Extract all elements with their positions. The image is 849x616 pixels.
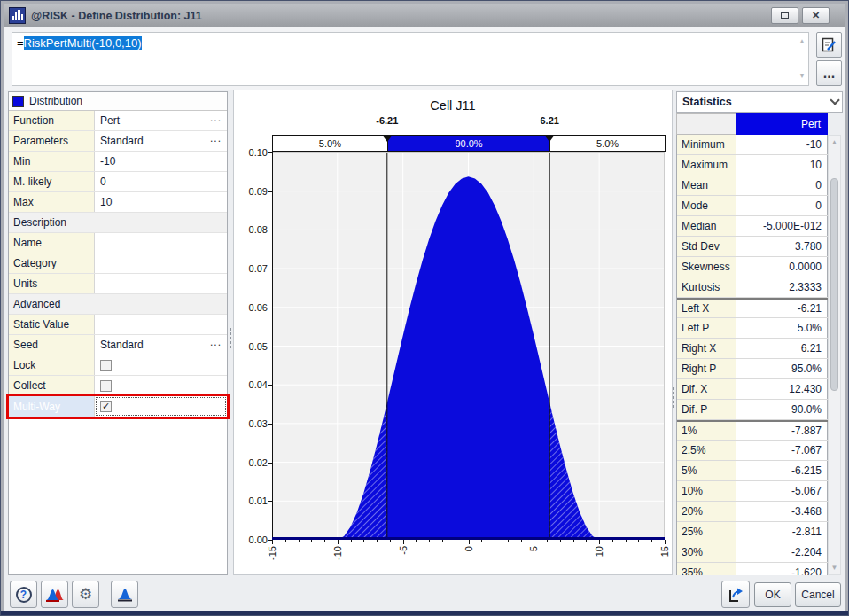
x-axis-label: 5 — [528, 546, 539, 576]
stat-value: 0 — [736, 175, 828, 195]
property-value[interactable]: 10 — [95, 192, 227, 212]
ellipsis-button[interactable]: ... — [210, 132, 222, 144]
stat-label: Right P — [677, 359, 736, 378]
distribution-format-button[interactable] — [111, 581, 138, 608]
formula-input[interactable]: =RiskPertMulti(-10,0,10) ▲ ▼ — [12, 32, 809, 86]
x-axis-tick — [429, 540, 430, 542]
statistics-title: Statistics — [682, 96, 732, 108]
formula-scroll-up-icon[interactable]: ▲ — [798, 38, 806, 45]
x-axis-tick — [469, 540, 470, 544]
property-value[interactable] — [95, 274, 227, 293]
lock-checkbox[interactable] — [100, 360, 112, 371]
x-axis-tick — [299, 540, 300, 542]
formula-scroll-down-icon[interactable]: ▼ — [798, 73, 806, 80]
left-delimiter-marker[interactable] — [382, 135, 393, 142]
x-axis-tick — [626, 540, 627, 542]
distribution-properties-panel: Distribution FunctionPert...ParametersSt… — [8, 91, 228, 575]
y-axis-label: 0.01 — [234, 495, 268, 506]
scrollbar-thumb[interactable] — [830, 178, 838, 391]
property-row-collect: Collect — [9, 376, 227, 396]
stat-label: Left P — [677, 318, 736, 338]
distribution-color-swatch[interactable] — [12, 96, 24, 107]
scroll-up-icon[interactable]: ▲ — [829, 138, 840, 146]
property-value[interactable]: ✓ — [95, 396, 227, 417]
chart-settings-button[interactable]: ⚙··· — [72, 581, 99, 608]
stat-label: Dif. X — [677, 379, 736, 399]
collect-checkbox[interactable] — [100, 380, 112, 392]
overlay-distributions-button[interactable] — [41, 581, 68, 608]
property-value-text: 0 — [100, 175, 106, 188]
stat-row-1: 1%-7.887 — [677, 420, 828, 441]
x-axis-tick — [351, 540, 352, 542]
y-axis-tick — [268, 152, 272, 153]
chevron-down-icon[interactable] — [830, 95, 839, 105]
stat-row-10: 10%-5.067 — [677, 481, 828, 502]
property-section-advanced[interactable]: Advanced — [9, 294, 227, 315]
section-label: Advanced — [13, 298, 60, 310]
stat-value: 6.21 — [736, 339, 828, 358]
maximize-button[interactable] — [771, 7, 798, 24]
close-button[interactable]: ✕ — [802, 7, 830, 24]
property-value[interactable]: -10 — [95, 152, 227, 171]
statistics-series-header[interactable]: Pert — [736, 113, 828, 135]
statistics-corner-cell[interactable] — [676, 113, 736, 135]
scroll-down-icon[interactable]: ▼ — [829, 564, 840, 572]
property-value[interactable] — [95, 355, 227, 375]
y-axis-label: 0.05 — [234, 341, 268, 352]
edit-reference-button[interactable] — [816, 32, 842, 58]
x-axis-tick — [456, 540, 456, 542]
ellipsis-button[interactable]: ... — [210, 112, 222, 124]
stat-value: 0 — [736, 196, 828, 215]
property-row-m-likely: M. likely0 — [9, 172, 227, 192]
x-axis-tick — [377, 540, 378, 542]
left-tail-percent[interactable]: 5.0% — [272, 135, 388, 152]
more-options-button[interactable]: ... — [816, 60, 842, 86]
statistics-header[interactable]: Statistics — [676, 91, 843, 113]
x-axis-tick — [338, 540, 339, 544]
x-axis-tick — [521, 540, 522, 542]
export-button[interactable] — [721, 581, 750, 608]
help-button[interactable]: ? — [10, 581, 37, 608]
x-axis-label: -15 — [267, 546, 277, 576]
statistics-scrollbar[interactable]: ▲ ▼ — [828, 135, 841, 575]
overlay-distributions-icon — [45, 587, 65, 603]
stat-label: 1% — [677, 422, 736, 440]
property-value[interactable] — [95, 233, 227, 253]
stat-value: 10 — [736, 155, 828, 175]
property-value[interactable] — [95, 376, 227, 395]
property-value[interactable] — [95, 315, 227, 334]
x-axis-tick — [665, 540, 666, 544]
properties-rows: FunctionPert...ParametersStandard...Min-… — [9, 111, 227, 417]
property-value[interactable]: Standard... — [95, 131, 227, 151]
cancel-button[interactable]: Cancel — [795, 582, 841, 607]
property-row-max: Max10 — [9, 192, 227, 213]
right-delimiter-marker[interactable] — [544, 135, 555, 142]
y-axis-label: 0.06 — [234, 302, 268, 313]
property-value[interactable]: Standard... — [95, 335, 227, 355]
left-splitter-handle[interactable] — [229, 327, 232, 350]
titlebar[interactable]: @RISK - Define Distribution: J11 ✕ — [4, 4, 845, 27]
x-axis-tick — [285, 540, 286, 542]
stat-value: 2.3333 — [736, 277, 828, 297]
middle-percent[interactable]: 90.0% — [387, 135, 550, 152]
ellipsis-button[interactable]: ... — [210, 336, 222, 348]
y-axis-tick — [268, 347, 272, 347]
property-value[interactable]: 0 — [95, 172, 227, 191]
stat-value: 95.0% — [736, 359, 828, 378]
x-axis-tick — [311, 540, 312, 542]
property-value-text: -10 — [100, 155, 115, 168]
property-value[interactable] — [95, 253, 227, 273]
property-value[interactable]: Pert... — [95, 111, 227, 130]
right-tail-percent[interactable]: 5.0% — [549, 135, 666, 152]
x-axis-label: -10 — [332, 546, 343, 576]
property-row-static-value: Static Value — [9, 315, 227, 335]
ok-button[interactable]: OK — [754, 582, 791, 607]
property-section-description[interactable]: Description — [9, 213, 227, 233]
property-value-text: Standard — [100, 135, 144, 147]
y-axis-label: 0.03 — [234, 418, 268, 429]
stat-row-right-x: Right X6.21 — [677, 339, 828, 359]
stat-row-skewness: Skewness0.0000 — [677, 257, 828, 277]
x-axis-tick — [390, 540, 391, 542]
stat-row-dif-x: Dif. X12.430 — [677, 379, 828, 400]
multi-way-checkbox[interactable]: ✓ — [100, 401, 112, 412]
